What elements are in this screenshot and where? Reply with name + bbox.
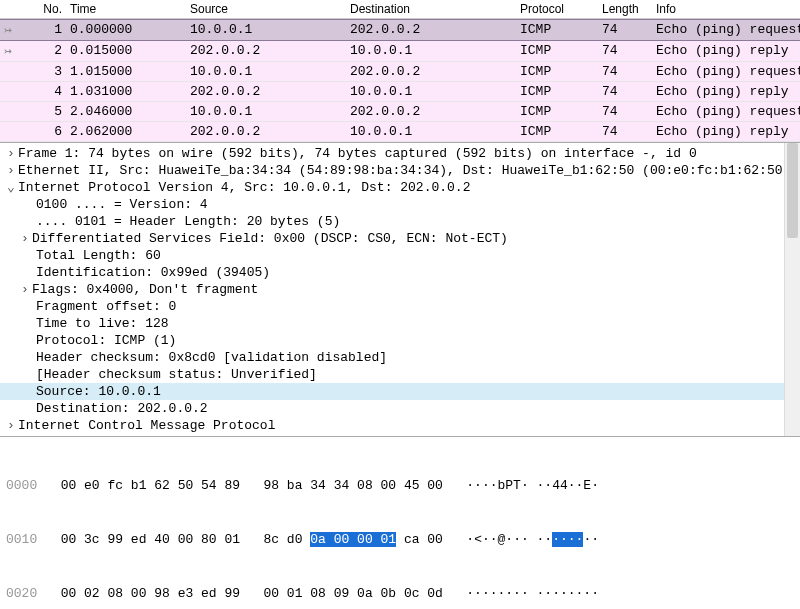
cell-length: 74 (598, 62, 652, 81)
cell-no: 1 (18, 20, 66, 40)
cell-time: 2.046000 (66, 102, 186, 121)
tree-ip-proto[interactable]: Protocol: ICMP (1) (0, 332, 800, 349)
collapse-icon[interactable]: ⌄ (4, 179, 18, 196)
cell-time: 1.015000 (66, 62, 186, 81)
packet-list-body: ↣10.00000010.0.0.1202.0.0.2ICMP74Echo (p… (0, 19, 800, 142)
cell-source: 10.0.0.1 (186, 102, 346, 121)
cell-destination: 10.0.0.1 (346, 122, 516, 141)
hex-selected-bytes: 0a 00 00 01 (310, 532, 396, 547)
expand-icon[interactable]: › (4, 145, 18, 162)
col-no[interactable]: No. (18, 0, 66, 18)
cell-length: 74 (598, 82, 652, 101)
packet-details-pane: ›Frame 1: 74 bytes on wire (592 bits), 7… (0, 143, 800, 437)
expand-icon[interactable]: › (4, 417, 18, 434)
tree-ip-destination[interactable]: Destination: 202.0.0.2 (0, 400, 800, 417)
tree-ip[interactable]: ⌄Internet Protocol Version 4, Src: 10.0.… (0, 179, 800, 196)
tree-ip-label: Internet Protocol Version 4, Src: 10.0.0… (18, 179, 470, 196)
tree-icmp[interactable]: ›Internet Control Message Protocol (0, 417, 800, 434)
cell-time: 1.031000 (66, 82, 186, 101)
related-icon (0, 102, 18, 121)
cell-info: Echo (ping) reply (652, 122, 800, 141)
tree-ip-version[interactable]: 0100 .... = Version: 4 (0, 196, 800, 213)
cell-no: 5 (18, 102, 66, 121)
details-scrollbar[interactable] (784, 143, 800, 436)
cell-destination: 10.0.0.1 (346, 82, 516, 101)
packet-row[interactable]: 62.062000202.0.0.210.0.0.1ICMP74Echo (pi… (0, 122, 800, 142)
cell-info: Echo (ping) reply (652, 41, 800, 61)
cell-no: 2 (18, 41, 66, 61)
cell-protocol: ICMP (516, 41, 598, 61)
packet-list-header: No. Time Source Destination Protocol Len… (0, 0, 800, 19)
cell-source: 10.0.0.1 (186, 62, 346, 81)
tree-ip-dsf[interactable]: ›Differentiated Services Field: 0x00 (DS… (0, 230, 800, 247)
packet-row[interactable]: ↣10.00000010.0.0.1202.0.0.2ICMP74Echo (p… (0, 19, 800, 41)
tree-ethernet[interactable]: ›Ethernet II, Src: HuaweiTe_ba:34:34 (54… (0, 162, 800, 179)
cell-time: 2.062000 (66, 122, 186, 141)
col-marker[interactable] (0, 0, 18, 18)
tree-ip-frag[interactable]: Fragment offset: 0 (0, 298, 800, 315)
cell-length: 74 (598, 41, 652, 61)
packet-row[interactable]: 41.031000202.0.0.210.0.0.1ICMP74Echo (pi… (0, 82, 800, 102)
hex-offset: 0000 (6, 478, 37, 493)
cell-length: 74 (598, 102, 652, 121)
packet-bytes-pane[interactable]: 0000 00 e0 fc b1 62 50 54 89 98 ba 34 34… (0, 437, 800, 609)
tree-icmp-label: Internet Control Message Protocol (18, 417, 275, 434)
packet-row[interactable]: 52.04600010.0.0.1202.0.0.2ICMP74Echo (pi… (0, 102, 800, 122)
cell-info: Echo (ping) reply (652, 82, 800, 101)
hex-offset: 0020 (6, 586, 37, 601)
hex-row: 0000 00 e0 fc b1 62 50 54 89 98 ba 34 34… (6, 477, 794, 495)
related-icon (0, 82, 18, 101)
cell-length: 74 (598, 122, 652, 141)
tree-ip-id[interactable]: Identification: 0x99ed (39405) (0, 264, 800, 281)
cell-info: Echo (ping) request (652, 20, 800, 40)
cell-time: 0.000000 (66, 20, 186, 40)
cell-no: 4 (18, 82, 66, 101)
cell-protocol: ICMP (516, 102, 598, 121)
expand-icon[interactable]: › (18, 281, 32, 298)
tree-ip-tlen[interactable]: Total Length: 60 (0, 247, 800, 264)
ascii-selected-bytes: ···· (552, 532, 583, 547)
tree-ip-source[interactable]: Source: 10.0.0.1 (0, 383, 800, 400)
tree-ip-ttl[interactable]: Time to live: 128 (0, 315, 800, 332)
related-icon: ↣ (0, 20, 18, 40)
scrollbar-thumb[interactable] (787, 143, 798, 238)
col-info[interactable]: Info (652, 0, 800, 18)
related-icon (0, 122, 18, 141)
cell-protocol: ICMP (516, 82, 598, 101)
cell-source: 202.0.0.2 (186, 41, 346, 61)
packet-row[interactable]: ↣20.015000202.0.0.210.0.0.1ICMP74Echo (p… (0, 41, 800, 62)
cell-source: 10.0.0.1 (186, 20, 346, 40)
tree-ip-checksum-status[interactable]: [Header checksum status: Unverified] (0, 366, 800, 383)
packet-list-pane: No. Time Source Destination Protocol Len… (0, 0, 800, 143)
cell-protocol: ICMP (516, 62, 598, 81)
tree-ip-checksum[interactable]: Header checksum: 0x8cd0 [validation disa… (0, 349, 800, 366)
tree-frame[interactable]: ›Frame 1: 74 bytes on wire (592 bits), 7… (0, 145, 800, 162)
col-protocol[interactable]: Protocol (516, 0, 598, 18)
col-source[interactable]: Source (186, 0, 346, 18)
cell-length: 74 (598, 20, 652, 40)
col-time[interactable]: Time (66, 0, 186, 18)
cell-source: 202.0.0.2 (186, 82, 346, 101)
cell-destination: 202.0.0.2 (346, 62, 516, 81)
cell-info: Echo (ping) request (652, 62, 800, 81)
tree-ip-hlen[interactable]: .... 0101 = Header Length: 20 bytes (5) (0, 213, 800, 230)
tree-frame-label: Frame 1: 74 bytes on wire (592 bits), 74… (18, 145, 697, 162)
tree-ip-flags[interactable]: ›Flags: 0x4000, Don't fragment (0, 281, 800, 298)
cell-protocol: ICMP (516, 20, 598, 40)
cell-protocol: ICMP (516, 122, 598, 141)
hex-offset: 0010 (6, 532, 37, 547)
cell-source: 202.0.0.2 (186, 122, 346, 141)
packet-row[interactable]: 31.01500010.0.0.1202.0.0.2ICMP74Echo (pi… (0, 62, 800, 82)
col-length[interactable]: Length (598, 0, 652, 18)
cell-no: 6 (18, 122, 66, 141)
hex-row: 0010 00 3c 99 ed 40 00 80 01 8c d0 0a 00… (6, 531, 794, 549)
related-icon (0, 62, 18, 81)
expand-icon[interactable]: › (18, 230, 32, 247)
cell-destination: 202.0.0.2 (346, 102, 516, 121)
col-destination[interactable]: Destination (346, 0, 516, 18)
cell-destination: 10.0.0.1 (346, 41, 516, 61)
related-icon: ↣ (0, 41, 18, 61)
cell-info: Echo (ping) request (652, 102, 800, 121)
expand-icon[interactable]: › (4, 162, 18, 179)
cell-destination: 202.0.0.2 (346, 20, 516, 40)
